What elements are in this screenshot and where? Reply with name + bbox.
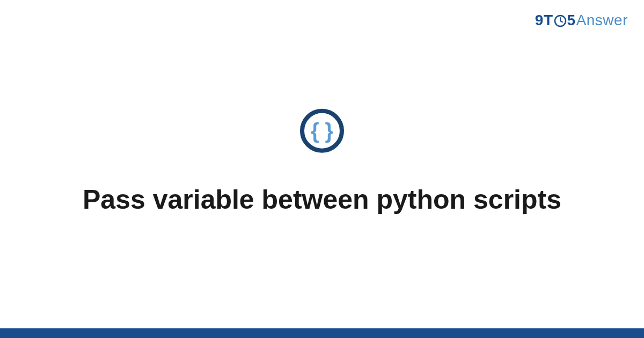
svg-text:{ }: { }	[311, 119, 333, 143]
logo-text-9t: 9T	[535, 12, 553, 29]
site-logo: 9T 5 Answer	[535, 12, 628, 29]
svg-line-2	[560, 21, 562, 22]
logo-text-answer: Answer	[576, 12, 628, 29]
logo-text-5: 5	[567, 12, 576, 29]
clock-icon	[554, 14, 567, 27]
footer-bar	[0, 328, 644, 338]
code-braces-icon: { }	[299, 108, 345, 156]
page-title: Pass variable between python scripts	[83, 183, 561, 217]
main-content: { } Pass variable between python scripts	[0, 108, 644, 217]
